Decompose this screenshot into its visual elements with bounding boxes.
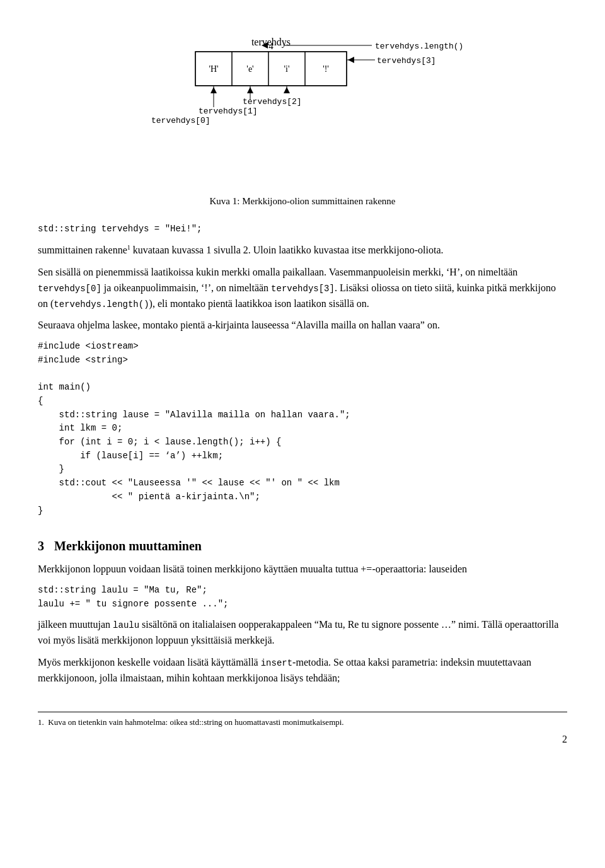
num4-label: 4 bbox=[268, 41, 274, 51]
code-inline-1: tervehdys[0] bbox=[38, 284, 101, 294]
index0-label-text: tervehdys[0] bbox=[151, 116, 210, 125]
para-3: Sen sisällä on pienemmissä laatikoissa k… bbox=[38, 265, 567, 311]
para-7-start: Myös merkkijonon keskelle voidaan lisätä… bbox=[38, 657, 261, 668]
code-decl-text: std::string tervehdys = "Hei!"; bbox=[38, 223, 567, 236]
index2-label-text: tervehdys[2] bbox=[243, 97, 302, 107]
para-6: jälkeen muuttujan laulu sisältönä on ita… bbox=[38, 617, 567, 649]
para-7: Myös merkkijonon keskelle voidaan lisätä… bbox=[38, 655, 567, 686]
para-6-start: jälkeen muuttujan bbox=[38, 619, 113, 630]
code-block-2: std::string laulu = "Ma tu, Re"; laulu +… bbox=[38, 584, 567, 611]
figure-caption: Kuva 1: Merkkijono-olion summittainen ra… bbox=[38, 194, 567, 209]
para-2: summittainen rakenne1 kuvataan kuvassa 1… bbox=[38, 243, 567, 258]
para-2-start: summittainen rakenne bbox=[38, 245, 127, 255]
index0-arrow bbox=[210, 87, 217, 93]
code-inline-2: tervehdys[3] bbox=[271, 284, 335, 294]
index1-label-text: tervehdys[1] bbox=[199, 107, 258, 116]
code-declaration: std::string tervehdys = "Hei!"; bbox=[38, 223, 567, 236]
cell-0-label: 'H' bbox=[209, 64, 218, 74]
cell-2-label: 'i' bbox=[284, 64, 290, 74]
length-label: tervehdys.length() bbox=[375, 42, 463, 51]
code-inline-5: insert bbox=[261, 658, 292, 668]
index3-arrow bbox=[348, 57, 354, 63]
page-footer: 1. Kuva on tietenkin vain hahmotelma: oi… bbox=[38, 712, 567, 729]
footnote-text: 1. Kuva on tietenkin vain hahmotelma: oi… bbox=[38, 717, 344, 727]
section-3-heading: 3 Merkkijonon muuttaminen bbox=[38, 536, 567, 555]
index2-arrow bbox=[284, 87, 290, 93]
diagram-svg: tervehdys 'H' 'e' 'i' '!' 4 tervehdys.le… bbox=[126, 32, 479, 183]
cell-3-label: '!' bbox=[323, 64, 329, 74]
cell-1-label: 'e' bbox=[246, 64, 253, 74]
para-4: Seuraava ohjelma laskee, montako pientä … bbox=[38, 318, 567, 333]
section-3-title: Merkkijonon muuttaminen bbox=[54, 536, 202, 555]
para-2-end: kuvataan kuvassa 1 sivulla 2. Uloin laat… bbox=[130, 245, 444, 255]
code-inline-3: tervehdys.length() bbox=[54, 299, 149, 310]
diagram: tervehdys 'H' 'e' 'i' '!' 4 tervehdys.le… bbox=[38, 32, 567, 183]
code-inline-4: laulu bbox=[113, 620, 139, 630]
index1-arrow bbox=[247, 87, 253, 93]
section-3-num: 3 bbox=[38, 536, 44, 555]
para-5: Merkkijonon loppuun voidaan lisätä toine… bbox=[38, 562, 567, 577]
page-number: 2 bbox=[562, 732, 567, 747]
code-block-1: #include <iostream> #include <string> in… bbox=[38, 340, 567, 518]
index3-label: tervehdys[3] bbox=[377, 56, 436, 66]
